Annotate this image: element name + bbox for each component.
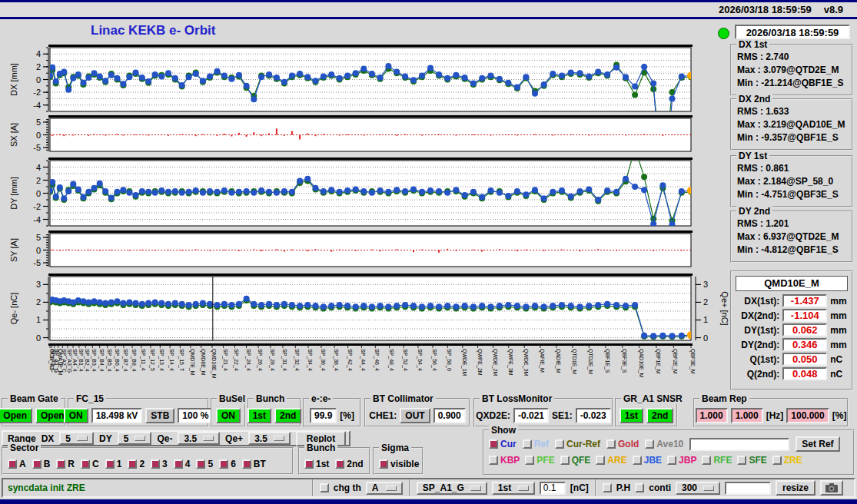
- bunch-1st-checkbox[interactable]: [304, 459, 314, 469]
- interval-dropdown[interactable]: 300: [676, 482, 720, 495]
- monitor-row-value: 0.048: [782, 367, 827, 380]
- range-dx-dropdown[interactable]: 5: [59, 432, 94, 445]
- sector-1-checkbox[interactable]: [105, 459, 115, 469]
- show-sfe-checkbox[interactable]: [737, 456, 746, 465]
- e-e-value: 99.9: [310, 408, 337, 423]
- fc-15-stb-button[interactable]: STB: [145, 408, 174, 423]
- beam-rep-label: [%]: [832, 410, 847, 421]
- show-qfe-checkbox[interactable]: [560, 456, 570, 465]
- dropdown-indicator-icon: [274, 436, 284, 441]
- svg-text:SP_13_4: SP_13_4: [158, 349, 164, 371]
- status-message: syncdata init ZRE: [8, 482, 85, 493]
- show-pfe-checkbox[interactable]: [525, 456, 534, 465]
- dropdown-indicator-icon: [77, 436, 88, 441]
- monitor-row-label: DY(2nd):: [734, 340, 779, 350]
- show-ave10-checkbox[interactable]: [645, 439, 654, 449]
- svg-text:SP_46_4: SP_46_4: [374, 349, 380, 371]
- bunch-2nd-checkbox[interactable]: [335, 459, 344, 469]
- group-bunch: Bunch1st2nd: [247, 398, 301, 427]
- svg-text:Qe- [nC]: Qe- [nC]: [9, 293, 18, 325]
- group-bt-collimator: BT CollimatorCHE1:OUT0.900: [364, 398, 470, 427]
- sector-r-checkbox[interactable]: [56, 459, 65, 469]
- chg-th-checkbox[interactable]: [320, 483, 329, 492]
- sector-bt-checkbox[interactable]: [242, 459, 251, 469]
- bt-lossmonitor-value: -0.023: [576, 408, 611, 423]
- gr-a1-snsr-2nd-button[interactable]: 2nd: [646, 408, 673, 423]
- bt-lossmonitor-label: SE1:: [552, 410, 573, 421]
- svg-text:SP_52_4: SP_52_4: [402, 349, 408, 371]
- svg-text:SY [A]: SY [A]: [9, 238, 18, 262]
- show-gold-label: Gold: [618, 439, 639, 449]
- sector-a-checkbox[interactable]: [8, 459, 17, 469]
- svg-text:SP_A2_C: SP_A2_C: [61, 349, 67, 373]
- sector-6-checkbox[interactable]: [219, 459, 228, 469]
- interval-input[interactable]: [725, 482, 771, 495]
- sector-c-checkbox[interactable]: [81, 459, 90, 469]
- show-gold-checkbox[interactable]: [606, 439, 616, 449]
- svg-text:0: 0: [703, 333, 708, 343]
- chg-sector-dropdown[interactable]: A: [366, 482, 403, 495]
- sector-item-6: 6: [219, 459, 236, 469]
- beam-rep-value: 1.000: [731, 408, 763, 423]
- bunch-1st-button[interactable]: 1st: [247, 408, 271, 423]
- bunch-2nd-button[interactable]: 2nd: [274, 408, 301, 423]
- conti-checkbox[interactable]: [635, 483, 644, 492]
- show-rfe-checkbox[interactable]: [702, 456, 711, 465]
- show-kbp-checkbox[interactable]: [489, 456, 498, 465]
- fc-15-on-button[interactable]: ON: [64, 408, 88, 423]
- bunch-dropdown[interactable]: 1st: [492, 482, 535, 495]
- show-cur-ref-checkbox[interactable]: [555, 439, 564, 449]
- sector-2-checkbox[interactable]: [128, 459, 137, 469]
- bt-collimator-out-button[interactable]: OUT: [400, 408, 430, 423]
- ph-checkbox[interactable]: [603, 483, 612, 492]
- range-dy-dropdown[interactable]: 5: [118, 432, 152, 445]
- show-are-checkbox[interactable]: [596, 456, 605, 465]
- element-name-axis-svg: GUN_A1SP_A1_CSP_A1_GQMA1E_MSP_A2_CSP_A3_…: [2, 343, 729, 390]
- svg-text:SP_12_5: SP_12_5: [149, 349, 155, 371]
- sector-4-checkbox[interactable]: [174, 459, 183, 469]
- beam-gate-open-button[interactable]: Open: [0, 408, 32, 423]
- monitor-row-q-1st: Q(1st):0.050nC: [734, 353, 849, 366]
- stat-row: Min : -21.214@QBF1E_S: [737, 78, 852, 88]
- sector-5-checkbox[interactable]: [196, 459, 205, 469]
- show-ref-checkbox[interactable]: [523, 439, 532, 449]
- svg-text:1: 1: [36, 315, 41, 324]
- reference-file-input[interactable]: [689, 438, 789, 451]
- sigma-visible-checkbox[interactable]: [379, 459, 388, 469]
- show-jbe-checkbox[interactable]: [633, 456, 642, 465]
- gr-a1-snsr-1st-button[interactable]: 1st: [619, 408, 643, 423]
- sector-3-label: 3: [162, 459, 168, 469]
- device-dropdown[interactable]: SP_A1_G: [417, 482, 487, 495]
- threshold-input[interactable]: [540, 482, 566, 495]
- svg-text:4: 4: [36, 49, 41, 58]
- range-qem-dropdown[interactable]: 3.5: [178, 432, 220, 445]
- show-row-1: CurRefCur-RefGoldAve10 Set Ref: [484, 438, 853, 450]
- resize-button[interactable]: resize: [776, 480, 815, 496]
- range-qep-label: Qe+: [225, 433, 243, 444]
- dropdown-indicator-icon: [470, 486, 481, 491]
- sector-3-checkbox[interactable]: [151, 459, 160, 469]
- sector-b-checkbox[interactable]: [32, 459, 42, 469]
- show-jbp-checkbox[interactable]: [667, 456, 676, 465]
- monitor-row-unit: mm: [830, 310, 849, 321]
- svg-text:QMD10E_M: QMD10E_M: [211, 349, 217, 379]
- show-kbp-label: KBP: [500, 455, 520, 466]
- camera-icon: [825, 482, 839, 493]
- conti-label: conti: [649, 482, 671, 493]
- svg-text:SP_42_4: SP_42_4: [347, 349, 353, 371]
- dy-plot-svg: 420-2-4DY [mm]: [2, 156, 729, 230]
- svg-text:2: 2: [36, 176, 41, 185]
- show-item-zre: ZRE: [772, 455, 802, 466]
- snapshot-button[interactable]: [820, 480, 843, 496]
- busel-on-button[interactable]: ON: [216, 408, 241, 423]
- svg-text:SP_B1_4: SP_B1_4: [78, 349, 84, 372]
- set-ref-button[interactable]: Set Ref: [796, 436, 839, 452]
- show-cur-checkbox[interactable]: [489, 439, 498, 449]
- range-qep-dropdown[interactable]: 3.5: [248, 432, 291, 445]
- show-zre-checkbox[interactable]: [772, 456, 782, 465]
- stats-box-dx-2nd: DX 2ndRMS : 1.633Max : 3.219@QAD10E_MMin…: [730, 98, 853, 151]
- stat-row: RMS : 2.740: [737, 51, 852, 62]
- svg-text:SP_48_4: SP_48_4: [388, 349, 394, 371]
- monitor-row-label: DX(1st):: [734, 296, 779, 307]
- sector-checkboxes: ABRC123456BT: [3, 458, 292, 470]
